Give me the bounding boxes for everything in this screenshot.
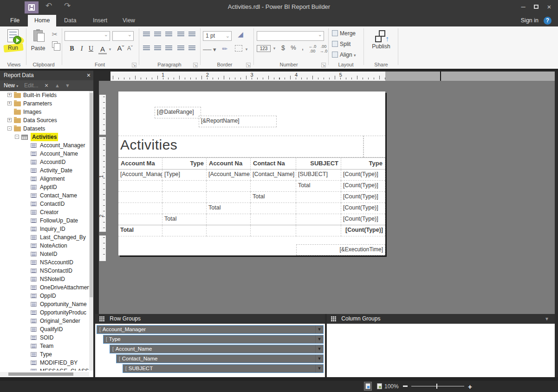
tree-field-nscontactid[interactable]: NSContactID — [0, 267, 93, 275]
border-width-combobox[interactable]: 1 pt — [203, 31, 232, 41]
table-header-cell[interactable]: Type — [162, 157, 207, 170]
table-cell[interactable]: [Count(Type)] — [341, 170, 385, 181]
table-cell[interactable] — [162, 203, 207, 214]
bold-button[interactable]: B — [68, 45, 76, 52]
tree-item-data-sources[interactable]: +Data Sources — [0, 116, 93, 124]
table-cell[interactable] — [251, 225, 296, 236]
tree-field-oppid[interactable]: OppID — [0, 292, 93, 300]
tree-item-parameters[interactable]: +Parameters — [0, 99, 93, 108]
report-data-close-icon[interactable]: × — [87, 71, 91, 80]
group-dropdown-icon[interactable]: ▼ — [315, 345, 323, 353]
tree-field-activity_date[interactable]: Activity_Date — [0, 166, 93, 175]
table-cell[interactable] — [162, 181, 207, 192]
zoom-in-button[interactable]: + — [468, 383, 472, 391]
table-header-cell[interactable]: SUBJECT — [296, 157, 341, 170]
row-group-account_manager[interactable]: [Account_Manager▼ — [97, 325, 324, 334]
table-cell[interactable]: Total — [296, 181, 341, 192]
group-dropdown-icon[interactable]: ▼ — [315, 365, 323, 372]
table-header-cell[interactable]: Type — [341, 157, 385, 170]
tree-item-images[interactable]: Images — [0, 108, 93, 116]
align-middle-button[interactable] — [154, 31, 161, 38]
table-cell[interactable] — [296, 203, 341, 214]
textbox-report-name[interactable]: [&ReportName] — [199, 116, 277, 127]
tree-field-creator[interactable]: Creator — [0, 208, 93, 216]
tree-field-followup_date[interactable]: FollowUp_Date — [0, 216, 93, 225]
edit-button[interactable]: Edit... — [24, 80, 39, 91]
align-center-button[interactable] — [154, 45, 161, 52]
table-cell[interactable] — [296, 192, 341, 203]
font-color-button[interactable]: A — [98, 45, 107, 54]
group-dropdown-icon[interactable]: ▼ — [315, 355, 323, 363]
align-top-button[interactable] — [143, 31, 150, 38]
run-view-button[interactable] — [374, 382, 384, 391]
align-right-button[interactable] — [165, 45, 172, 52]
paragraph-dialog-launcher[interactable]: ↘ — [193, 63, 198, 67]
group-dropdown-icon[interactable]: ▼ — [315, 335, 323, 343]
tree-field-noteid[interactable]: NoteID — [0, 250, 93, 258]
tab-home[interactable]: Home — [28, 15, 56, 26]
border-dialog-launcher[interactable]: ↘ — [246, 63, 251, 67]
merge-button[interactable]: Merge — [332, 30, 356, 37]
table-cell[interactable] — [118, 203, 162, 214]
number-format-icon[interactable]: 123 — [257, 45, 271, 52]
tab-data[interactable]: Data — [58, 15, 83, 26]
textbox-title-side[interactable] — [363, 136, 385, 157]
table-cell[interactable]: [Count(Type)] — [341, 214, 385, 225]
tree-field-nsnoteid[interactable]: NSNoteID — [0, 275, 93, 283]
row-group-contact_name[interactable]: [Contact_Name▼ — [116, 354, 324, 363]
group-dropdown-icon[interactable]: ▼ — [315, 326, 323, 333]
publish-button[interactable]: ↑ Publish — [368, 27, 394, 61]
bullets-button[interactable] — [177, 45, 184, 52]
table-header-cell[interactable]: Account Ma — [118, 157, 162, 170]
table-cell[interactable]: Total — [207, 203, 251, 214]
border-color-pen-icon[interactable]: ✏ — [219, 45, 230, 52]
font-dialog-launcher[interactable]: ↘ — [132, 63, 136, 67]
table-cell[interactable] — [251, 203, 296, 214]
increase-decimal-button[interactable]: ←.0.00 — [307, 44, 318, 53]
minimize-button[interactable]: ─ — [517, 3, 529, 12]
numbering-button[interactable] — [188, 45, 195, 52]
border-box-dropdown-icon[interactable]: ▾ — [244, 47, 249, 52]
tree-field-contactid[interactable]: ContactID — [0, 200, 93, 208]
tree-field-apptid[interactable]: ApptID — [0, 183, 93, 191]
tree-field-account_name[interactable]: Account_Name — [0, 150, 93, 158]
textbox-report-title[interactable]: Activities — [118, 136, 363, 157]
table-cell[interactable] — [162, 225, 207, 236]
table-cell[interactable] — [207, 181, 251, 192]
table-cell[interactable]: [Type] — [162, 170, 207, 181]
tab-file[interactable]: File — [4, 15, 26, 26]
table-cell[interactable]: [Count(Type)] — [341, 192, 385, 203]
font-size-combobox[interactable] — [112, 31, 134, 41]
expand-icon[interactable]: + — [7, 93, 12, 97]
table-cell[interactable] — [118, 181, 162, 192]
font-color-dropdown-icon[interactable]: ▾ — [108, 47, 112, 52]
table-cell[interactable]: [SUBJECT] — [296, 170, 341, 181]
paste-button[interactable]: Paste — [29, 28, 47, 59]
tree-field-contact_name[interactable]: Contact_Name — [0, 191, 93, 200]
number-format-dropdown-icon[interactable]: ▾ — [272, 46, 277, 51]
copy-icon[interactable] — [50, 41, 59, 49]
currency-button[interactable]: $ — [279, 44, 287, 52]
tree-item-datasets[interactable]: -Datasets — [0, 124, 93, 133]
table-cell[interactable] — [207, 214, 251, 225]
split-button[interactable]: Split — [332, 41, 350, 47]
percent-button[interactable]: % — [290, 44, 297, 51]
table-cell[interactable] — [207, 192, 251, 203]
table-cell[interactable]: [Count(Type)] — [341, 225, 385, 236]
table-cell[interactable] — [207, 225, 251, 236]
maximize-button[interactable] — [530, 3, 542, 12]
tree-field-last_changed_by[interactable]: Last_Changed_By — [0, 233, 93, 242]
increase-indent-button[interactable] — [188, 31, 195, 38]
table-cell[interactable] — [251, 214, 296, 225]
design-view-button[interactable] — [363, 382, 373, 391]
tree-field-inquiry_id[interactable]: Inquiry_ID — [0, 225, 93, 233]
tree-field-accountid[interactable]: AccountID — [0, 158, 93, 166]
move-down-icon[interactable]: ▼ — [65, 80, 70, 91]
align-menu-button[interactable]: Align ▾ — [332, 52, 356, 58]
tree-item-built-in-fields[interactable]: +Built-in Fields — [0, 91, 93, 99]
zoom-slider-track[interactable] — [411, 386, 464, 386]
table-header-cell[interactable]: Account Na — [207, 157, 251, 170]
expand-icon[interactable]: + — [7, 118, 12, 122]
row-group-account_name[interactable]: [Account_Name▼ — [110, 345, 324, 353]
table-cell[interactable] — [118, 214, 162, 225]
